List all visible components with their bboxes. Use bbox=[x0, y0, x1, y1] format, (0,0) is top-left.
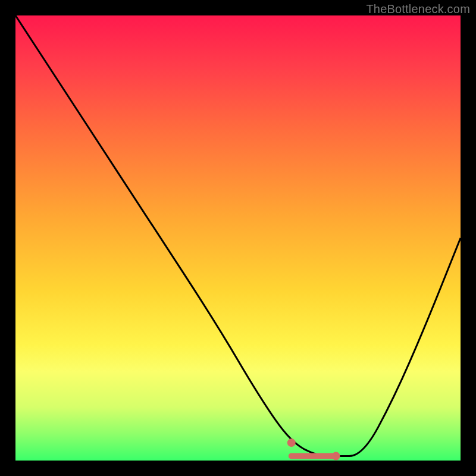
curve-line bbox=[15, 15, 461, 456]
curve-marker bbox=[332, 452, 340, 461]
curve-marker bbox=[287, 439, 296, 447]
bottleneck-curve bbox=[15, 15, 461, 461]
watermark-text: TheBottleneck.com bbox=[366, 2, 470, 16]
chart-plot-area bbox=[15, 15, 461, 461]
